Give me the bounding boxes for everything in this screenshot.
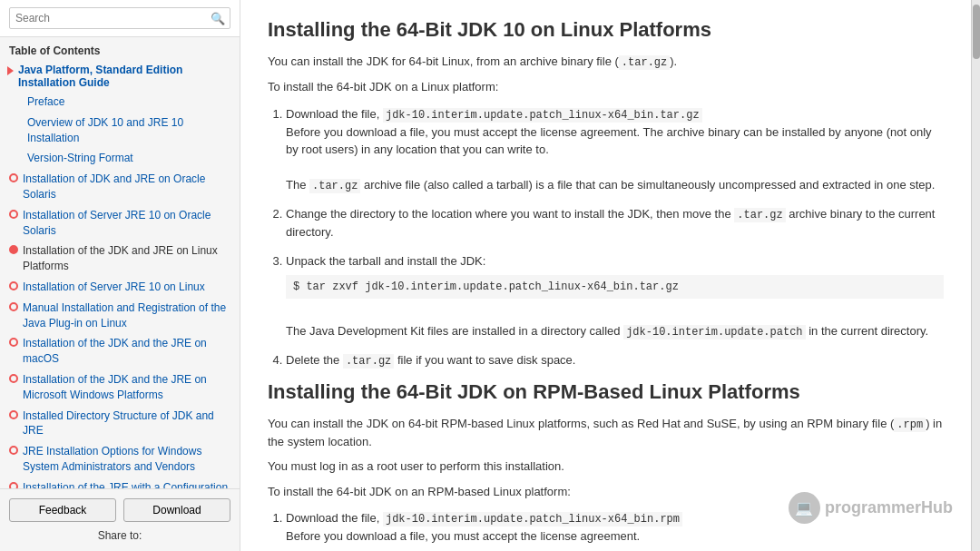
toc-label: JRE Installation Options for Windows Sys…	[23, 444, 230, 475]
toc-item-install-macos[interactable]: Installation of the JDK and the JRE on m…	[0, 333, 240, 369]
circle-icon	[9, 302, 18, 311]
section1-title: Installing the 64-Bit JDK 10 on Linux Pl…	[268, 18, 944, 42]
toc-item-installed-dir[interactable]: Installed Directory Structure of JDK and…	[0, 406, 240, 442]
toc-label: Installed Directory Structure of JDK and…	[23, 408, 230, 439]
circle-filled-icon	[9, 245, 18, 254]
section1-intro: You can install the JDK for 64-bit Linux…	[268, 53, 944, 71]
toc-label: Java Platform, Standard Edition Installa…	[18, 64, 230, 89]
toc-label: Manual Installation and Registration of …	[23, 300, 230, 331]
toc-item-jre-options[interactable]: JRE Installation Options for Windows Sys…	[0, 441, 240, 477]
section2-platform-intro: To install the 64-bit JDK on an RPM-base…	[268, 483, 944, 501]
toc-item-install-windows[interactable]: Installation of the JDK and the JRE on M…	[0, 369, 240, 406]
step-2: Change the directory to the location whe…	[286, 205, 944, 241]
toc-label: Preface	[27, 94, 64, 110]
tar-gz-code: .tar.gz	[619, 55, 670, 70]
section2-note1: You must log in as a root user to perfor…	[268, 458, 944, 476]
toc-header: Table of Contents	[0, 37, 240, 61]
section1-platform-intro: To install the 64-bit JDK on a Linux pla…	[268, 78, 944, 96]
toc-item-server-jre-solaris[interactable]: Installation of Server JRE 10 on Oracle …	[0, 205, 240, 241]
download-button[interactable]: Download	[123, 498, 230, 522]
toc-label: Installation of Server JRE 10 on Linux	[23, 280, 205, 295]
toc-label: Installation of the JDK and the JRE on m…	[23, 336, 230, 367]
toc-item-install-config[interactable]: Installation of the JRE with a Configura…	[0, 477, 240, 488]
toc-label: Installation of the JRE with a Configura…	[23, 480, 230, 488]
scrollbar-thumb[interactable]	[973, 5, 980, 59]
search-box: 🔍	[0, 0, 240, 37]
main-content: Installing the 64-Bit JDK 10 on Linux Pl…	[240, 0, 971, 551]
file-code-1: jdk-10.interim.update.patch_linux-x64_bi…	[383, 108, 702, 123]
toc-nav: Java Platform, Standard Edition Installa…	[0, 61, 240, 488]
toc-item-java-guide[interactable]: Java Platform, Standard Edition Installa…	[0, 61, 240, 92]
toc-label: Version-String Format	[27, 151, 133, 166]
arrow-icon	[7, 66, 14, 75]
toc-label: Installation of the JDK and the JRE on M…	[23, 372, 230, 403]
circle-icon	[9, 338, 18, 347]
search-icon[interactable]: 🔍	[211, 12, 225, 25]
sidebar-footer: Feedback Download Share to:	[0, 488, 240, 551]
feedback-button[interactable]: Feedback	[9, 498, 116, 522]
step-4: Delete the .tar.gz file if you want to s…	[286, 351, 944, 369]
right-scrollbar[interactable]	[971, 0, 980, 551]
sidebar: 🔍 Table of Contents Java Platform, Stand…	[0, 0, 240, 551]
tar-gz-step2: .tar.gz	[734, 208, 785, 222]
circle-icon	[9, 374, 18, 383]
circle-icon	[9, 482, 18, 488]
step-3: Unpack the tarball and install the JDK: …	[286, 252, 944, 340]
step-1: Download the file, jdk-10.interim.update…	[286, 105, 944, 195]
tar-gz-note: .tar.gz	[309, 179, 360, 193]
toc-item-install-solaris[interactable]: Installation of JDK and JRE on Oracle So…	[0, 169, 240, 205]
circle-icon	[9, 281, 18, 290]
toc-item-version-string[interactable]: Version-String Format	[0, 148, 240, 169]
circle-icon	[9, 446, 18, 455]
section2-steps: Download the file, jdk-10.interim.update…	[286, 509, 944, 551]
toc-label: Installation of JDK and JRE on Oracle So…	[23, 172, 230, 202]
toc-label: Installation of Server JRE 10 on Oracle …	[23, 208, 230, 239]
section2-title: Installing the 64-Bit JDK on RPM-Based L…	[268, 380, 944, 404]
circle-icon	[9, 210, 18, 219]
action-buttons: Feedback Download	[9, 498, 230, 522]
share-label: Share to:	[9, 529, 230, 542]
toc-item-preface[interactable]: Preface	[0, 92, 240, 113]
toc-label: Installation of the JDK and JRE on Linux…	[23, 243, 230, 274]
toc-label: Overview of JDK 10 and JRE 10 Installati…	[27, 115, 230, 146]
toc-item-manual-install[interactable]: Manual Installation and Registration of …	[0, 298, 240, 334]
section2-intro: You can install the JDK on 64-bit RPM-ba…	[268, 415, 944, 451]
circle-icon	[9, 410, 18, 419]
section1-steps: Download the file, jdk-10.interim.update…	[286, 105, 944, 369]
rpm-step-1: Download the file, jdk-10.interim.update…	[286, 509, 944, 546]
toc-item-install-linux[interactable]: Installation of the JDK and JRE on Linux…	[0, 241, 240, 277]
rpm-code: .rpm	[894, 418, 926, 432]
circle-icon	[9, 173, 18, 182]
tar-command: $ tar zxvf jdk-10.interim.update.patch_l…	[286, 275, 944, 299]
tar-gz-step4: .tar.gz	[343, 354, 394, 369]
toc-item-server-jre-linux[interactable]: Installation of Server JRE 10 on Linux	[0, 277, 240, 298]
toc-item-overview[interactable]: Overview of JDK 10 and JRE 10 Installati…	[0, 113, 240, 149]
search-input[interactable]	[9, 7, 230, 29]
jdk-dir-code: jdk-10.interim.update.patch	[623, 325, 805, 339]
rpm-file-code: jdk-10.interim.update.patch_linux-x64_bi…	[383, 512, 682, 526]
